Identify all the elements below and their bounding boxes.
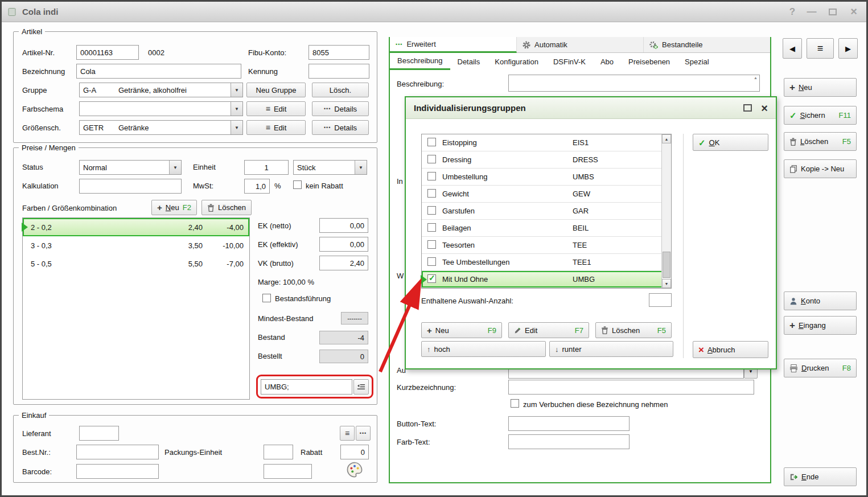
list-item[interactable]: Teesorten TEE [422,237,671,254]
subtab-spezial[interactable]: Spezial [677,53,717,70]
item-checkbox[interactable] [427,189,436,198]
subtab-preisebenen[interactable]: Preisebenen [621,53,677,70]
item-checkbox[interactable] [427,155,436,163]
combination-row[interactable]: 3 - 0,3 3,50 -10,00 [23,236,249,254]
farbschema-details-button[interactable]: ••• Details [312,101,369,116]
barcode2-input[interactable] [264,464,312,479]
barcode-input[interactable] [76,464,159,479]
bezeichnung-input[interactable]: Cola [76,64,241,79]
item-checkbox[interactable] [427,257,436,266]
abbruch-button[interactable]: × Abbruch [693,341,768,358]
chevron-down-icon[interactable]: ▼ [231,121,242,134]
groessenschema-select[interactable]: GETR Getränke ▼ [79,120,243,135]
status-select[interactable]: Normal ▼ [79,160,182,175]
indi-gruppen-picker-button[interactable] [353,379,369,395]
chevron-down-icon[interactable]: ▼ [231,102,242,116]
loesch-gruppe-button[interactable]: Lösch. [312,83,369,97]
scroll-up-icon[interactable]: ▲ [662,134,671,143]
loeschen-button[interactable]: Löschen F5 [784,132,857,151]
subtab-beschreibung[interactable]: Beschreibung [390,53,450,70]
ende-button[interactable]: Ende [784,467,857,486]
packungs-einheit-input[interactable] [264,445,293,459]
farbschema-select[interactable]: ▼ [79,101,243,116]
groessenschema-details-button[interactable]: ••• Details [312,120,369,135]
beschreibung-textarea[interactable]: ▲ [508,75,760,92]
anzahl-input[interactable] [649,293,672,307]
mwst-input[interactable]: 1,0 [244,179,270,194]
item-checkbox[interactable] [427,206,436,215]
item-checkbox[interactable] [427,274,436,283]
groessenschema-edit-button[interactable]: ≡ Edit [246,120,306,135]
item-checkbox[interactable] [427,172,436,180]
chevron-down-icon[interactable]: ▼ [169,161,181,174]
palette-icon[interactable] [346,461,363,478]
subtab-abo[interactable]: Abo [593,53,621,70]
indi-gruppen-input[interactable]: UMBG; [261,379,352,395]
nav-next-button[interactable]: ▶ [838,38,858,59]
kopie-neu-button[interactable]: Kopie -> Neu [784,159,857,178]
ok-button[interactable]: ✓ OK [693,134,768,151]
kalkulation-input[interactable] [79,179,182,194]
maximize-icon[interactable] [829,9,837,15]
bestandsfuehrung-checkbox[interactable] [262,294,271,302]
fibu-konto-input[interactable]: 8055 [308,45,369,60]
kennung-input[interactable] [308,64,369,79]
tab-erweitert[interactable]: ••• Erweitert [390,37,517,53]
verbuchen-checkbox[interactable] [511,399,519,408]
list-item[interactable]: Gewicht GEW [422,186,671,203]
item-checkbox[interactable] [427,223,436,232]
gruppe-select[interactable]: G-A Getränke, alkoholfrei ▼ [79,83,243,97]
drucken-button[interactable]: Drucken F8 [784,359,857,377]
farbschema-edit-button[interactable]: ≡ Edit [246,101,306,116]
scroll-down-icon[interactable]: ▼ [662,279,671,288]
konto-button[interactable]: Konto [784,291,857,310]
popup-neu-button[interactable]: + Neu F9 [421,322,502,338]
sichern-button[interactable]: ✓ Sichern F11 [784,106,857,125]
popup-edit-button[interactable]: Edit F7 [508,322,589,338]
subtab-konfiguration[interactable]: Konfiguration [487,53,546,70]
item-checkbox[interactable] [427,240,436,249]
bestnr-input[interactable] [76,445,159,459]
maximize-icon[interactable] [743,104,752,112]
nav-prev-button[interactable]: ◀ [783,38,802,59]
eingang-button[interactable]: + Eingang [784,316,857,335]
kein-rabatt-checkbox[interactable] [293,180,302,189]
list-item[interactable]: Umbestellung UMBS [422,169,671,186]
close-icon[interactable]: × [847,5,861,18]
subtab-dsfinvk[interactable]: DSFinV-K [546,53,593,70]
vk-brutto-input[interactable]: 2,40 [319,256,368,270]
chevron-down-icon[interactable]: ▼ [355,161,367,174]
combination-row[interactable]: 2 - 0,2 2,40 -4,00 [23,218,249,236]
kombination-neu-button[interactable]: + Neu F2 [151,200,197,215]
kurzbezeichnung-input[interactable] [508,380,754,395]
einheit-unit-select[interactable]: Stück ▼ [293,160,367,175]
item-checkbox[interactable] [427,138,436,146]
lieferant-details-button[interactable]: ••• [356,426,371,441]
tab-automatik[interactable]: Automatik [517,37,644,52]
ek-netto-input[interactable]: 0,00 [319,218,368,233]
popup-runter-button[interactable]: ↓ runter [549,341,673,357]
neu-gruppe-button[interactable]: Neu Gruppe [246,83,306,97]
neu-button[interactable]: + Neu [784,78,857,97]
list-item[interactable]: Garstufen GAR [422,203,671,220]
scroll-up-icon[interactable]: ▲ [754,76,758,80]
help-icon[interactable]: ? [785,6,799,18]
titlebar[interactable]: Cola indi ? — × [2,2,866,22]
list-item[interactable]: Mit Und Ohne UMBG [422,271,671,288]
popup-hoch-button[interactable]: ↑ hoch [421,341,546,357]
chevron-down-icon[interactable]: ▼ [231,83,242,97]
list-item[interactable]: Tee Umbestellungen TEE1 [422,254,671,271]
ek-effektiv-input[interactable]: 0,00 [319,237,368,252]
lieferant-list-button[interactable]: ≡ [340,426,355,441]
scrollbar-thumb[interactable] [663,252,670,278]
mindest-bestand-field[interactable]: ------- [341,312,368,325]
nav-menu-button[interactable]: ≡ [807,38,834,59]
dialog-titlebar[interactable]: Individualisierungsgruppen × [406,97,776,119]
lieferant-input[interactable] [79,426,119,441]
einheit-input[interactable]: 1 [244,160,289,175]
artikel-nr-input[interactable]: 00001163 [76,45,139,60]
button-text-input[interactable] [508,416,630,431]
tab-bestandteile[interactable]: Bestandteile [644,37,770,52]
farb-text-input[interactable] [508,434,630,449]
combination-row[interactable]: 5 - 0,5 5,50 -7,00 [23,254,249,273]
